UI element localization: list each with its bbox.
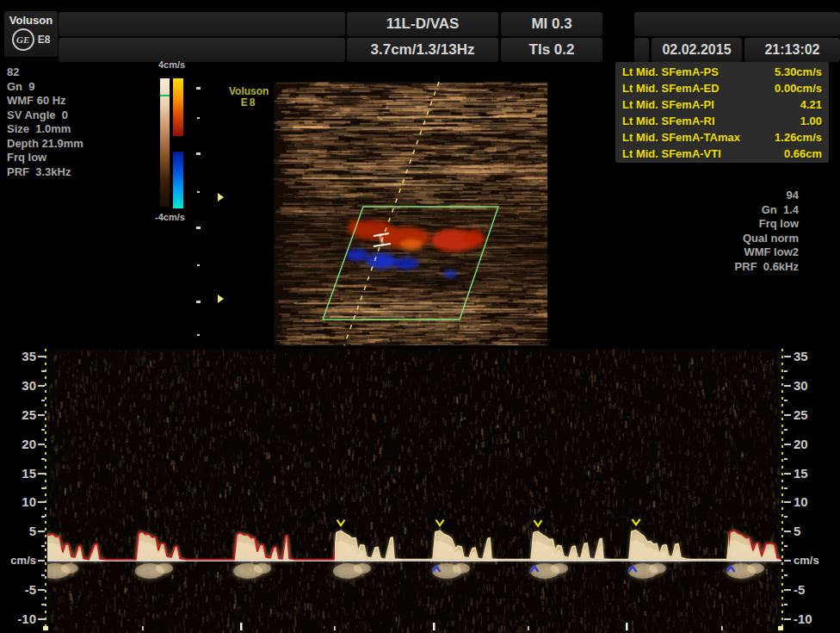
y-axis-minor-tick — [784, 545, 788, 547]
brand-model: E8 — [38, 34, 51, 46]
colorflow-bar-negative — [173, 152, 183, 208]
measurement-value: 0.66cm — [784, 146, 822, 162]
depth-ruler-tick — [197, 264, 200, 266]
measurement-value: 0.00cm/s — [775, 80, 822, 96]
measurement-row: Lt Mid. SFemA-ED0.00cm/s — [622, 80, 822, 96]
measurement-value: 1.00 — [800, 113, 822, 129]
doppler-param-line: Frq low — [678, 217, 799, 232]
y-axis-label: 20 — [794, 437, 837, 452]
bmode-param-line: Gn 9 — [7, 80, 83, 95]
measurement-row: Lt Mid. SFemA-VTI0.66cm — [622, 146, 822, 162]
depth-ruler-tick — [196, 152, 201, 155]
header-blank-panel — [59, 12, 345, 36]
y-axis-minor-tick — [784, 458, 788, 460]
y-axis-minor-tick — [41, 487, 45, 489]
y-axis-label: -5 — [794, 582, 837, 598]
spectral-left-border — [45, 349, 46, 628]
depth-ruler-tick — [197, 191, 200, 193]
doppler-param-line: Gn 1.4 — [678, 203, 799, 218]
y-axis-tick — [784, 618, 791, 620]
color-scale-min-label: -4cm/s — [155, 212, 185, 222]
doppler-param-line: PRF 0.6kHz — [678, 260, 799, 275]
focus-marker-icon — [218, 295, 224, 303]
depth-freq-frame: 3.7cm/1.3/13Hz — [347, 38, 498, 62]
depth-ruler-tick — [197, 117, 200, 119]
bmode-overlay — [274, 82, 547, 345]
doppler-param-line: WMF low2 — [678, 245, 799, 260]
y-axis-tick — [38, 560, 45, 562]
y-axis-tick — [38, 473, 45, 475]
y-axis-tick — [38, 356, 45, 357]
y-axis-tick — [38, 531, 45, 532]
voluson-watermark: Voluson E8 — [229, 86, 269, 109]
y-axis-tick — [38, 385, 45, 387]
y-axis-minor-tick — [784, 487, 788, 489]
y-axis-minor-tick — [41, 545, 45, 547]
y-axis-minor-tick — [784, 516, 788, 518]
y-axis-tick — [38, 414, 45, 416]
header-blank-panel — [634, 38, 649, 62]
y-axis-tick — [784, 356, 791, 357]
y-axis-minor-tick — [41, 574, 45, 576]
watermark-line2: E8 — [229, 97, 269, 109]
measurement-label: Lt Mid. SFemA-TAmax — [622, 129, 740, 146]
ultrasound-screen: Voluson GE E8 11L-D/VAS MI 0.3 3.7cm/1.3… — [0, 0, 840, 633]
measurement-row: Lt Mid. SFemA-PI4.21 — [622, 96, 822, 113]
y-axis-minor-tick — [41, 604, 45, 605]
header-blank-panel — [634, 12, 840, 36]
measurement-label: Lt Mid. SFemA-ED — [622, 80, 720, 96]
y-axis-unit-label: cm/s — [3, 553, 36, 568]
y-axis-label: 15 — [794, 466, 837, 481]
ge-logo-icon: GE — [12, 28, 34, 51]
y-axis-minor-tick — [784, 400, 788, 401]
y-axis-label: 10 — [794, 494, 837, 510]
tis-value: TIs 0.2 — [501, 38, 602, 62]
y-axis-label: 20 — [3, 437, 36, 452]
y-axis-label: 25 — [794, 407, 837, 423]
bmode-param-line: SV Angle 0 — [7, 109, 83, 123]
measurement-row: Lt Mid. SFemA-RI1.00 — [622, 113, 822, 129]
depth-ruler-tick — [197, 334, 200, 336]
y-axis-minor-tick — [784, 574, 788, 576]
time-display: 21:13:02 — [744, 38, 840, 62]
measurement-row: Lt Mid. SFemA-TAmax1.26cm/s — [622, 129, 822, 146]
measurement-results-panel: Lt Mid. SFemA-PS5.30cm/sLt Mid. SFemA-ED… — [615, 62, 829, 163]
y-axis-tick — [784, 589, 791, 591]
focus-marker-icon — [218, 193, 224, 202]
grayscale-gate-marker — [160, 95, 170, 96]
y-axis-label: 10 — [3, 494, 36, 510]
mi-value: MI 0.3 — [501, 12, 602, 36]
depth-ruler-tick — [196, 227, 201, 229]
y-axis-label: -10 — [3, 611, 36, 627]
y-axis-tick — [784, 385, 791, 387]
bmode-param-line: Frq low — [7, 151, 83, 165]
grayscale-bar — [160, 78, 170, 207]
y-axis-label: 5 — [3, 524, 36, 539]
y-axis-unit-label: cm/s — [794, 553, 837, 568]
bmode-param-line: PRF 3.3kHz — [7, 165, 83, 180]
header-blank-panel — [59, 38, 345, 62]
date-display: 02.02.2015 — [652, 38, 742, 62]
y-axis-tick — [784, 501, 791, 503]
y-axis-minor-tick — [41, 429, 45, 431]
measurement-value: 4.21 — [800, 96, 822, 113]
y-axis-label: 35 — [794, 349, 837, 364]
doppler-cursor-line[interactable] — [344, 82, 439, 345]
depth-ruler-tick — [196, 87, 201, 90]
measurement-value: 5.30cm/s — [775, 64, 822, 80]
measurement-label: Lt Mid. SFemA-VTI — [622, 146, 721, 162]
color-scale-max-label: 4cm/s — [158, 59, 185, 70]
y-axis-minor-tick — [784, 429, 788, 431]
y-axis-tick — [784, 560, 791, 562]
bmode-param-line: Size 1.0mm — [7, 122, 83, 137]
doppler-param-line: 94 — [678, 189, 799, 203]
bmode-param-line: Depth 21.9mm — [7, 137, 83, 152]
bmode-parameters: 82Gn 9WMF 60 HzSV Angle 0Size 1.0mmDepth… — [7, 65, 83, 179]
colorflow-jet — [346, 220, 485, 277]
y-axis-minor-tick — [41, 516, 45, 518]
measurement-label: Lt Mid. SFemA-PI — [622, 96, 714, 113]
y-axis-tick — [784, 473, 791, 475]
y-axis-minor-tick — [41, 458, 45, 460]
brand-name: Voluson — [4, 14, 58, 27]
doppler-parameters: 94Gn 1.4Frq lowQual normWMF low2PRF 0.6k… — [678, 189, 799, 274]
